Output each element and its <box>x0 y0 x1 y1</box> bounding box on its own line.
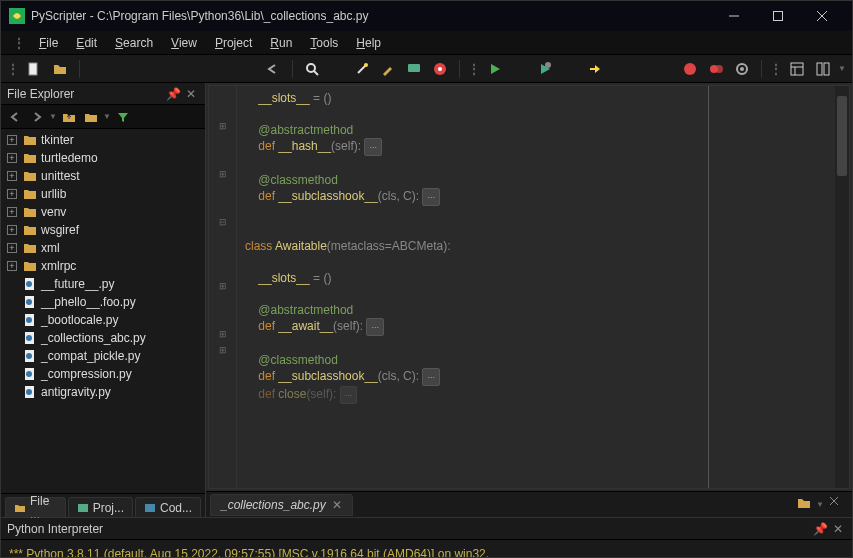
forward-icon[interactable] <box>27 107 47 127</box>
settings-icon[interactable] <box>731 58 753 80</box>
step-icon[interactable] <box>584 58 606 80</box>
expand-icon[interactable]: + <box>7 171 17 181</box>
brush-icon[interactable] <box>377 58 399 80</box>
pin-icon[interactable]: 📌 <box>812 521 828 537</box>
svg-point-29 <box>26 317 32 323</box>
fold-icon[interactable]: ⊞ <box>209 166 236 182</box>
wand-icon[interactable] <box>351 58 373 80</box>
menu-tools[interactable]: Tools <box>302 34 346 52</box>
vertical-scrollbar[interactable] <box>835 86 849 488</box>
tree-item[interactable]: _collections_abc.py <box>1 329 205 347</box>
close-panel-icon[interactable]: ✕ <box>183 86 199 102</box>
code-editor[interactable]: ⊞ ⊞ ⊟ ⊞ ⊞ ⊞ __slots__ = () @abstractmeth… <box>208 85 850 489</box>
close-all-icon[interactable] <box>828 495 848 515</box>
file-path: C:\Program Files\Python36\Lib\_collectio… <box>97 9 368 23</box>
fold-icon[interactable]: ⊞ <box>209 118 236 134</box>
python-file-icon <box>23 385 37 399</box>
collapsed-icon[interactable]: ··· <box>340 386 358 404</box>
debug-run-icon[interactable] <box>534 58 556 80</box>
code-content[interactable]: __slots__ = () @abstractmethod def __has… <box>237 86 849 488</box>
folder-up-icon[interactable] <box>59 107 79 127</box>
undo-icon[interactable] <box>262 58 284 80</box>
menu-help[interactable]: Help <box>348 34 389 52</box>
editor-gutter[interactable]: ⊞ ⊞ ⊟ ⊞ ⊞ ⊞ <box>209 86 237 488</box>
pin-icon[interactable]: 📌 <box>165 86 181 102</box>
search-icon[interactable] <box>301 58 323 80</box>
stop-icon[interactable] <box>679 58 701 80</box>
folder-icon <box>23 133 37 147</box>
expand-icon[interactable]: + <box>7 189 17 199</box>
tab-file-explorer[interactable]: File ... <box>5 497 66 517</box>
tree-item[interactable]: +venv <box>1 203 205 221</box>
fold-icon[interactable]: ⊟ <box>209 214 236 230</box>
layout-icon[interactable] <box>786 58 808 80</box>
menu-view[interactable]: View <box>163 34 205 52</box>
dropdown-icon-2[interactable]: ▼ <box>103 112 111 121</box>
tab-code-explorer[interactable]: Cod... <box>135 497 201 517</box>
menu-run[interactable]: Run <box>262 34 300 52</box>
folder-nav-icon[interactable] <box>81 107 101 127</box>
open-file-icon[interactable] <box>796 495 816 515</box>
expand-icon[interactable]: + <box>7 243 17 253</box>
stop-all-icon[interactable] <box>705 58 727 80</box>
editor-tab[interactable]: _collections_abc.py ✕ <box>210 494 353 516</box>
menu-search[interactable]: Search <box>107 34 161 52</box>
expand-icon[interactable]: + <box>7 225 17 235</box>
svg-point-16 <box>715 65 723 73</box>
python-file-icon <box>23 313 37 327</box>
menu-file[interactable]: File <box>31 34 66 52</box>
minimize-button[interactable] <box>712 1 756 31</box>
tree-item[interactable]: +xml <box>1 239 205 257</box>
scrollbar-thumb[interactable] <box>837 96 847 176</box>
expand-icon[interactable]: + <box>7 135 17 145</box>
close-button[interactable] <box>800 1 844 31</box>
svg-point-13 <box>545 62 551 68</box>
tree-item[interactable]: +urllib <box>1 185 205 203</box>
ruler-line <box>708 86 709 488</box>
tree-item[interactable]: __future__.py <box>1 275 205 293</box>
expand-icon[interactable]: + <box>7 153 17 163</box>
collapsed-icon[interactable]: ··· <box>364 138 382 156</box>
collapsed-icon[interactable]: ··· <box>422 368 440 386</box>
fold-icon[interactable]: ⊞ <box>209 342 236 358</box>
tab-project[interactable]: Proj... <box>68 497 133 517</box>
tree-item[interactable]: +tkinter <box>1 131 205 149</box>
maximize-button[interactable] <box>756 1 800 31</box>
tree-item[interactable]: _compression.py <box>1 365 205 383</box>
close-panel-icon[interactable]: ✕ <box>830 521 846 537</box>
code-icon <box>144 502 156 514</box>
module-icon[interactable] <box>429 58 451 80</box>
menu-bar: ⋮ File Edit Search View Project Run Tool… <box>1 31 852 55</box>
tree-item[interactable]: +unittest <box>1 167 205 185</box>
menu-project[interactable]: Project <box>207 34 260 52</box>
dropdown-icon[interactable]: ▼ <box>49 112 57 121</box>
tree-item[interactable]: +xmlrpc <box>1 257 205 275</box>
back-icon[interactable] <box>5 107 25 127</box>
tree-item[interactable]: __phello__.foo.py <box>1 293 205 311</box>
editor-tab-bar: _collections_abc.py ✕ ▼ <box>206 491 852 517</box>
comment-icon[interactable] <box>403 58 425 80</box>
filter-icon[interactable] <box>113 107 133 127</box>
panels-icon[interactable] <box>812 58 834 80</box>
new-file-icon[interactable] <box>23 58 45 80</box>
collapsed-icon[interactable]: ··· <box>422 188 440 206</box>
file-tree[interactable]: +tkinter +turtledemo +unittest +urllib +… <box>1 129 205 493</box>
fold-icon[interactable]: ⊞ <box>209 326 236 342</box>
tree-item[interactable]: _bootlocale.py <box>1 311 205 329</box>
collapsed-icon[interactable]: ··· <box>366 318 384 336</box>
run-icon[interactable] <box>484 58 506 80</box>
chevron-down-icon[interactable]: ▼ <box>816 500 824 509</box>
tree-item[interactable]: _compat_pickle.py <box>1 347 205 365</box>
menu-edit[interactable]: Edit <box>68 34 105 52</box>
open-folder-icon[interactable] <box>49 58 71 80</box>
expand-icon[interactable]: + <box>7 261 17 271</box>
tree-item[interactable]: +turtledemo <box>1 149 205 167</box>
tree-item[interactable]: antigravity.py <box>1 383 205 401</box>
window-title: PyScripter - C:\Program Files\Python36\L… <box>31 9 712 23</box>
fold-icon[interactable]: ⊞ <box>209 278 236 294</box>
tree-item[interactable]: +wsgiref <box>1 221 205 239</box>
interpreter-console[interactable]: *** Python 3.8.11 (default, Aug 15 2022,… <box>1 540 852 558</box>
chevron-down-icon[interactable]: ▼ <box>838 64 846 73</box>
expand-icon[interactable]: + <box>7 207 17 217</box>
close-tab-icon[interactable]: ✕ <box>332 498 342 512</box>
